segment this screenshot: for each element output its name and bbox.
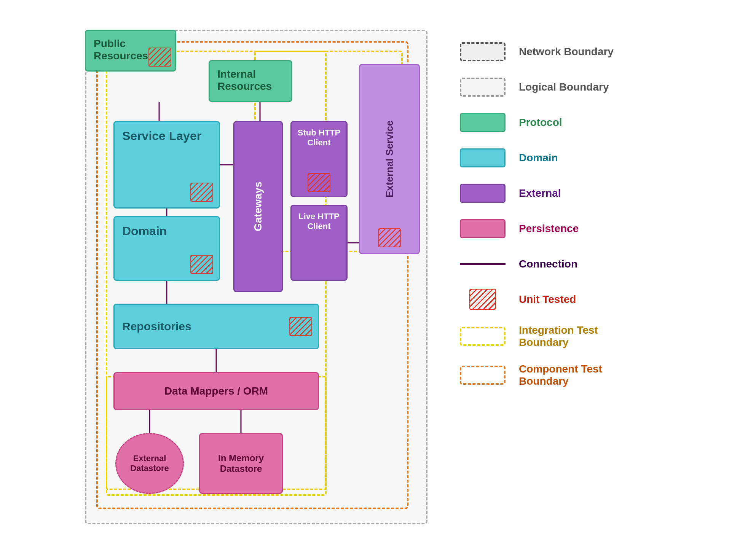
network-boundary-symbol xyxy=(460,42,506,61)
unit-tested-symbol xyxy=(469,289,496,310)
external-datastore-box: External Datastore xyxy=(115,433,184,494)
legend-symbol-logical xyxy=(458,76,507,97)
legend-symbol-unit-tested-wrapper xyxy=(458,289,507,310)
legend-label-network: Network Boundary xyxy=(519,46,614,58)
legend-symbol-persistence xyxy=(458,218,507,239)
live-http-client-box: Live HTTP Client xyxy=(290,205,348,281)
stub-http-label: Stub HTTP Client xyxy=(298,128,340,147)
legend-label-external: External xyxy=(519,187,561,199)
domain-symbol xyxy=(460,148,506,167)
gateways-box: Gateways xyxy=(233,121,283,292)
repositories-box: Repositories xyxy=(113,304,319,349)
data-mappers-box: Data Mappers / ORM xyxy=(113,372,319,410)
legend-item-domain: Domain xyxy=(458,147,663,168)
stub-http-unit-tested xyxy=(308,173,330,192)
legend-item-external: External xyxy=(458,183,663,204)
legend-symbol-connection xyxy=(458,253,507,274)
legend-symbol-protocol xyxy=(458,112,507,133)
public-resources-unit-tested xyxy=(148,48,171,67)
external-datastore-label: External Datastore xyxy=(124,454,175,473)
legend-symbol-component-test xyxy=(458,365,507,386)
public-resources-label: Public Resources xyxy=(94,38,148,62)
legend-item-connection: Connection xyxy=(458,253,663,274)
domain-unit-tested xyxy=(190,255,213,274)
repositories-label: Repositories xyxy=(122,320,191,333)
in-memory-label: In Memory Datastore xyxy=(208,453,274,474)
public-resources-box: Public Resources xyxy=(85,30,176,72)
legend-area: Network Boundary Logical Boundary Protoc… xyxy=(450,30,671,413)
legend-label-protocol: Protocol xyxy=(519,116,562,129)
legend-item-persistence: Persistence xyxy=(458,218,663,239)
legend-symbol-network xyxy=(458,41,507,62)
service-layer-unit-tested xyxy=(190,183,213,202)
external-service-label: External Service xyxy=(384,121,396,197)
legend-symbol-integration-test xyxy=(458,326,507,347)
legend-item-unit-tested: Unit Tested xyxy=(458,289,663,310)
legend-item-component-test: Component TestBoundary xyxy=(458,363,663,387)
legend-item-integration-test: Integration TestBoundary xyxy=(458,324,663,349)
legend-label-unit-tested: Unit Tested xyxy=(519,293,576,306)
legend-label-component-test: Component TestBoundary xyxy=(519,363,602,387)
integration-test-symbol xyxy=(460,327,506,346)
legend-label-connection: Connection xyxy=(519,258,577,270)
logical-boundary-symbol xyxy=(460,78,506,97)
legend-label-persistence: Persistence xyxy=(519,223,579,235)
data-mappers-label: Data Mappers / ORM xyxy=(164,385,268,397)
live-http-label: Live HTTP Client xyxy=(298,212,340,231)
internal-resources-box: Internal Resources xyxy=(209,60,292,102)
legend-symbol-domain xyxy=(458,147,507,168)
external-symbol xyxy=(460,184,506,203)
legend-item-protocol: Protocol xyxy=(458,112,663,133)
legend-label-domain: Domain xyxy=(519,152,558,164)
diagram-area: Public Resources Internal Resources Serv… xyxy=(85,30,427,524)
repositories-unit-tested xyxy=(289,317,312,336)
domain-box: Domain xyxy=(113,216,220,281)
stub-http-client-box: Stub HTTP Client xyxy=(290,121,348,197)
service-layer-label: Service Layer xyxy=(122,129,201,143)
persistence-symbol xyxy=(460,219,506,238)
legend-symbol-external xyxy=(458,183,507,204)
internal-resources-label: Internal Resources xyxy=(217,68,272,92)
service-layer-box: Service Layer xyxy=(113,121,220,209)
in-memory-datastore-box: In Memory Datastore xyxy=(199,433,283,494)
external-service-unit-tested xyxy=(378,228,401,247)
legend-item-network: Network Boundary xyxy=(458,41,663,62)
legend-item-logical: Logical Boundary xyxy=(458,76,663,97)
gateways-label: Gateways xyxy=(252,182,264,232)
component-test-symbol xyxy=(460,366,506,385)
connection-symbol xyxy=(460,263,506,265)
legend-label-logical: Logical Boundary xyxy=(519,81,609,93)
legend-label-integration-test: Integration TestBoundary xyxy=(519,324,598,349)
domain-label: Domain xyxy=(122,224,167,238)
external-service-box: External Service xyxy=(359,64,420,254)
main-container: Public Resources Internal Resources Serv… xyxy=(70,14,686,540)
protocol-symbol xyxy=(460,113,506,132)
